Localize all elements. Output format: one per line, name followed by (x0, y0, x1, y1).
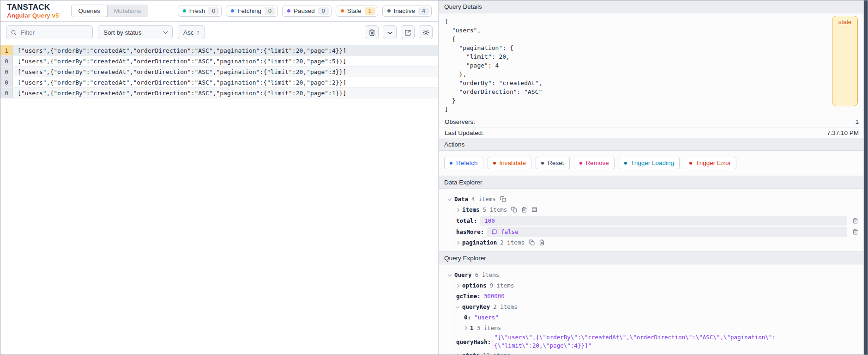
query-key-text: ["users",{"orderBy":"createdAt","orderDi… (13, 77, 346, 87)
query-row[interactable]: 0["users",{"orderBy":"createdAt","orderD… (0, 77, 438, 88)
explorer-value[interactable]: 100 (484, 217, 495, 224)
filter-box[interactable] (6, 25, 93, 39)
explorer-key[interactable]: Query (454, 271, 472, 278)
action-dot-icon (579, 162, 582, 165)
query-details-title: Query Details (444, 3, 482, 10)
data-explorer-title: Data Explorer (444, 179, 482, 186)
explorer-key[interactable]: 1 (470, 324, 474, 331)
trash-icon[interactable] (521, 207, 527, 213)
open-window-icon (404, 29, 411, 36)
status-filter-inactive[interactable]: Inactive4 (382, 6, 432, 17)
explorer-count: 9 items (490, 282, 514, 289)
status-filter-count: 0 (318, 7, 329, 15)
expander-closed-icon[interactable] (456, 283, 459, 287)
observers-value: 1 (855, 118, 859, 125)
view-tabs: QueriesMutations (71, 5, 149, 17)
query-explorer-header: Query Explorer (439, 251, 864, 264)
tab-queries[interactable]: Queries (71, 5, 108, 17)
status-filter-fetching[interactable]: Fetching0 (226, 6, 278, 17)
action-button-label: Reset (548, 159, 564, 166)
invalidate-button[interactable]: Invalidate (488, 157, 532, 169)
observers-label: Observers: (445, 118, 475, 125)
explorer-count: 6 items (475, 271, 500, 278)
last-updated-value: 7:37:10 PM (827, 129, 859, 136)
copy-icon[interactable] (511, 207, 517, 213)
status-badge: stale (832, 16, 858, 106)
expander-closed-icon[interactable] (456, 353, 459, 355)
query-details-header: Query Details (439, 0, 864, 13)
refetch-button[interactable]: Refetch (444, 157, 483, 169)
tab-mutations[interactable]: Mutations (107, 5, 148, 17)
explorer-key[interactable]: Data (454, 196, 468, 202)
status-filter-count: 0 (208, 7, 219, 15)
expander-closed-icon[interactable] (464, 326, 467, 330)
query-row[interactable]: 0["users",{"orderBy":"createdAt","orderD… (0, 67, 438, 77)
query-row[interactable]: 0["users",{"orderBy":"createdAt","orderD… (0, 56, 438, 67)
explorer-row-pagination: pagination2 items (453, 237, 859, 248)
explorer-key[interactable]: options (462, 282, 487, 289)
vertical-scrollbar[interactable] (863, 0, 868, 355)
action-dot-icon (541, 162, 544, 165)
reset-button[interactable]: Reset (536, 157, 569, 169)
tree-children: 0:"users"13 items (461, 312, 859, 333)
toolbar-icon-buttons (365, 25, 433, 39)
observer-count-badge: 0 (0, 67, 13, 77)
remove-button[interactable]: Remove (574, 157, 615, 169)
list-icon[interactable] (531, 207, 537, 213)
query-key-json: [ "users", { "pagination": { "limit": 20… (445, 17, 859, 114)
action-dot-icon (493, 162, 496, 165)
explorer-key[interactable]: items (462, 206, 480, 213)
picture-in-picture-button[interactable] (401, 25, 415, 39)
trash-icon[interactable] (852, 218, 858, 224)
explorer-count: 3 items (477, 324, 501, 331)
sort-direction-button[interactable]: Asc ↑ (178, 25, 205, 39)
status-filter-stale[interactable]: Stale1 (336, 6, 378, 17)
sort-select[interactable]: Sort by status (98, 25, 173, 39)
trigger-error-button[interactable]: Trigger Error (684, 157, 736, 169)
expander-open-icon[interactable] (456, 304, 459, 308)
observers-row: Observers: 1 (439, 116, 864, 127)
explorer-row-items: items5 items (453, 204, 859, 215)
explorer-count: 2 items (500, 239, 524, 246)
expander-open-icon[interactable] (448, 272, 452, 276)
explorer-key[interactable]: queryKey (462, 303, 490, 310)
query-row[interactable]: 1["users",{"orderBy":"createdAt","orderD… (0, 45, 438, 56)
explorer-key: hasMore: (456, 228, 484, 235)
devtools-header: TANSTACK Angular Query v5 QueriesMutatio… (0, 0, 438, 22)
mock-offline-button[interactable] (383, 25, 397, 39)
query-row[interactable]: 0["users",{"orderBy":"createdAt","orderD… (0, 88, 438, 98)
filter-input[interactable] (20, 29, 88, 37)
search-icon (11, 30, 17, 36)
explorer-value[interactable]: false (501, 228, 518, 235)
status-filter-label: Inactive (394, 7, 416, 14)
query-details-body: [ "users", { "pagination": { "limit": 20… (439, 13, 864, 116)
checkbox-icon[interactable] (491, 229, 497, 235)
status-filters: Fresh0Fetching0Paused0Stale1Inactive4 (178, 6, 432, 17)
clear-cache-button[interactable] (365, 25, 379, 39)
expander-open-icon[interactable] (448, 196, 452, 200)
value-editor[interactable]: 100 (480, 216, 847, 226)
explorer-key[interactable]: state (462, 352, 480, 355)
expander-closed-icon[interactable] (456, 240, 459, 244)
explorer-key[interactable]: pagination (462, 239, 497, 246)
copy-icon[interactable] (529, 239, 535, 245)
trigger-loading-button[interactable]: Trigger Loading (619, 157, 680, 169)
data-explorer-tree: Data4 itemsitems5 itemstotal:100hasMore:… (439, 189, 864, 251)
query-explorer-tree: Query6 itemsoptions9 itemsgcTime:300000q… (439, 264, 864, 355)
explorer-row-total: total:100 (453, 215, 859, 226)
queries-panel: TANSTACK Angular Query v5 QueriesMutatio… (0, 0, 439, 355)
settings-button[interactable] (419, 25, 433, 39)
trash-icon[interactable] (539, 239, 545, 245)
copy-icon[interactable] (500, 196, 506, 202)
arrow-up-icon: ↑ (197, 29, 200, 36)
sort-select-value: Sort by status (103, 29, 142, 36)
query-explorer-title: Query Explorer (444, 255, 486, 262)
explorer-count: 5 items (483, 206, 507, 213)
expander-closed-icon[interactable] (456, 208, 459, 211)
observer-count-badge: 0 (0, 77, 13, 87)
status-filter-paused[interactable]: Paused0 (282, 6, 332, 17)
status-filter-fresh[interactable]: Fresh0 (178, 6, 222, 17)
trash-icon[interactable] (852, 229, 858, 235)
brand-subtitle: Angular Query v5 (7, 12, 59, 19)
value-editor[interactable]: false (487, 227, 847, 237)
